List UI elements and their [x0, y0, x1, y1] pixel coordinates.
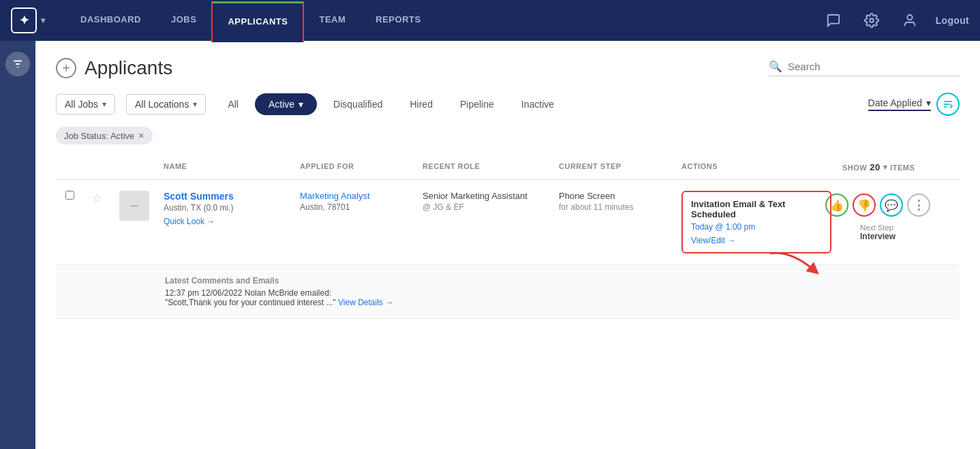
filter-row: All Jobs ▾ All Locations ▾ All Active ▾ …: [56, 93, 960, 116]
next-step-label: Next Step:: [860, 223, 895, 232]
applicant-location: Austin, TX (0.0 mi.): [164, 203, 289, 213]
current-step-sub: for about 11 minutes: [559, 202, 671, 212]
tab-active-chevron: ▾: [298, 99, 303, 110]
all-jobs-label: All Jobs: [65, 99, 98, 110]
action-time: Today @ 1:00 pm: [691, 222, 822, 232]
logo-icon: ✦: [11, 7, 37, 33]
col-checkbox: [56, 162, 83, 172]
settings-icon[interactable]: [859, 8, 884, 33]
action-view-link[interactable]: View/Edit →: [691, 236, 822, 245]
star-icon[interactable]: ☆: [91, 191, 102, 206]
comments-author: 12:37 pm 12/06/2022 Nolan McBride emaile…: [165, 288, 331, 298]
logo-dropdown-icon[interactable]: ▾: [41, 16, 45, 25]
col-current-step: CURRENT STEP: [553, 162, 676, 172]
search-icon: 🔍: [769, 60, 782, 73]
row-star-cell: ☆: [83, 191, 110, 206]
applied-for-cell: Marketing Analyst Austin, 78701: [294, 191, 417, 212]
applicant-row-main: ☆ − Scott Summers Austin, TX (0.0 mi.) Q…: [56, 180, 960, 264]
recent-role-company: @ JG & EF: [423, 202, 548, 212]
col-star: [83, 162, 110, 172]
nav-dashboard[interactable]: DASHBOARD: [65, 0, 156, 41]
action-btn-row: 👍 👎 💬 ⋮: [825, 193, 930, 217]
all-jobs-filter[interactable]: All Jobs ▾: [56, 94, 115, 114]
col-avatar: [110, 162, 158, 172]
col-name: NAME: [158, 162, 294, 172]
avatar-minus-icon: −: [130, 198, 138, 214]
nav-reports[interactable]: REPORTS: [361, 0, 435, 41]
tab-disqualified[interactable]: Disqualified: [322, 93, 393, 115]
row-checkbox[interactable]: [65, 191, 74, 200]
all-locations-label: All Locations: [135, 99, 189, 110]
sort-order-button[interactable]: [936, 93, 960, 116]
status-badge-close[interactable]: ×: [138, 130, 144, 141]
tab-pipeline[interactable]: Pipeline: [449, 93, 505, 115]
page-title: Applicants: [85, 57, 172, 79]
page-header: + Applicants 🔍: [56, 57, 960, 79]
nav-right-actions: Logout: [821, 8, 969, 33]
comments-text: 12:37 pm 12/06/2022 Nolan McBride emaile…: [165, 288, 960, 307]
red-arrow-svg: [763, 247, 825, 281]
col-show: Show 20 ▾ Items: [837, 162, 919, 172]
profile-icon[interactable]: [898, 8, 922, 33]
next-step-container: Next Step: Interview: [860, 221, 895, 241]
tab-hired[interactable]: Hired: [399, 93, 443, 115]
nav-links: DASHBOARD JOBS APPLICANTS TEAM REPORTS: [65, 0, 821, 42]
status-badge: Job Status: Active ×: [56, 127, 153, 144]
more-options-button[interactable]: ⋮: [907, 193, 930, 217]
all-locations-filter[interactable]: All Locations ▾: [126, 94, 206, 114]
messages-icon[interactable]: [821, 8, 846, 33]
message-button[interactable]: 💬: [880, 193, 903, 217]
nav-applicants[interactable]: APPLICANTS: [211, 1, 304, 42]
comments-label: Latest Comments and Emails: [165, 276, 960, 285]
recent-role-title: Senior Marketing Assistant: [423, 191, 548, 201]
applied-for-location: Austin, 78701: [300, 202, 412, 212]
search-box: 🔍: [769, 60, 960, 76]
applicant-row: ☆ − Scott Summers Austin, TX (0.0 mi.) Q…: [56, 180, 960, 319]
applicants-table: NAME APPLIED FOR RECENT ROLE CURRENT STE…: [56, 155, 960, 319]
all-jobs-chevron: ▾: [102, 99, 106, 109]
tab-inactive[interactable]: Inactive: [510, 93, 565, 115]
plus-icon: +: [62, 61, 70, 76]
nav-team[interactable]: TEAM: [304, 0, 361, 41]
next-step-value: Interview: [860, 232, 895, 241]
applicant-name-link[interactable]: Scott Summers: [164, 191, 289, 202]
recent-role-cell: Senior Marketing Assistant @ JG & EF: [417, 191, 553, 212]
show-chevron[interactable]: ▾: [883, 163, 888, 172]
tab-active[interactable]: Active ▾: [255, 93, 317, 115]
sidebar-mini: [0, 41, 35, 449]
sort-label: Date Applied: [868, 97, 922, 108]
all-locations-chevron: ▾: [193, 99, 197, 109]
current-step-title: Phone Screen: [559, 191, 671, 201]
svg-point-0: [870, 18, 874, 22]
applied-for-link[interactable]: Marketing Analyst: [300, 191, 412, 201]
sort-group: Date Applied ▾: [868, 93, 960, 116]
status-badge-row: Job Status: Active ×: [56, 127, 960, 155]
current-step-cell: Phone Screen for about 11 minutes: [553, 191, 676, 212]
add-applicant-button[interactable]: +: [56, 58, 76, 78]
sort-chevron: ▾: [926, 97, 931, 108]
tab-all[interactable]: All: [217, 93, 249, 115]
sort-select[interactable]: Date Applied ▾: [868, 97, 931, 111]
search-input[interactable]: [788, 61, 938, 72]
tab-active-label: Active: [269, 99, 294, 110]
comments-view-details[interactable]: View Details →: [338, 298, 393, 307]
table-header: NAME APPLIED FOR RECENT ROLE CURRENT STE…: [56, 155, 960, 180]
sidebar-filter-icon[interactable]: [5, 52, 30, 76]
col-applied-for: APPLIED FOR: [294, 162, 417, 172]
col-recent-role: RECENT ROLE: [417, 162, 553, 172]
applicant-name-cell: Scott Summers Austin, TX (0.0 mi.) Quick…: [158, 191, 294, 226]
content-area: + Applicants 🔍 All Jobs ▾ All Locations …: [35, 41, 980, 449]
status-tabs: All Active ▾ Disqualified Hired Pipeline…: [217, 93, 565, 115]
action-title: Invitation Email & Text Scheduled: [691, 199, 822, 219]
app-logo[interactable]: ✦ ▾: [11, 7, 45, 33]
logout-button[interactable]: Logout: [936, 15, 969, 26]
row-avatar-cell: −: [110, 191, 158, 221]
main-container: + Applicants 🔍 All Jobs ▾ All Locations …: [0, 41, 980, 449]
nav-jobs[interactable]: JOBS: [156, 0, 211, 41]
avatar: −: [119, 191, 149, 221]
top-navigation: ✦ ▾ DASHBOARD JOBS APPLICANTS TEAM REPOR…: [0, 0, 980, 41]
quick-look-link[interactable]: Quick Look →: [164, 217, 289, 226]
comments-quote: "Scott,Thank you for your continued inte…: [165, 298, 336, 307]
thumbs-down-button[interactable]: 👎: [853, 193, 876, 217]
page-header-left: + Applicants: [56, 57, 172, 79]
